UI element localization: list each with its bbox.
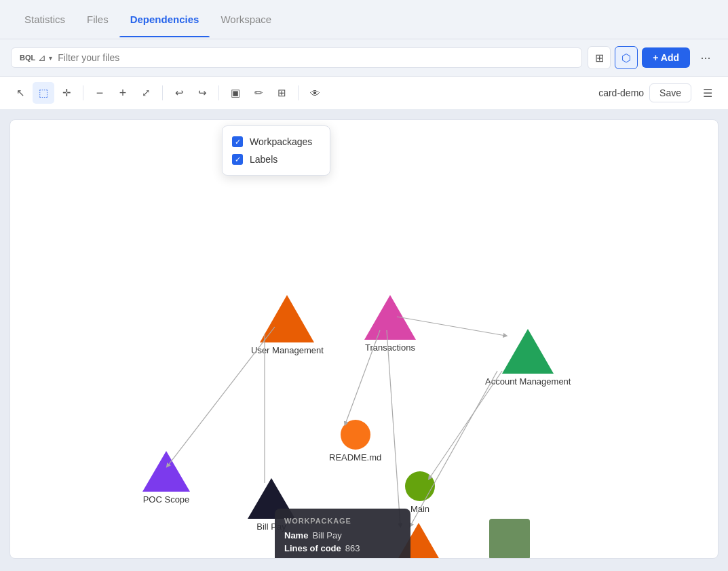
ellipsis-icon: ··· xyxy=(700,51,710,65)
filter-actions: ⊞ ⬡ + Add ··· xyxy=(588,46,717,69)
node-account-management[interactable]: Account Management xyxy=(485,329,571,387)
tooltip-val-nodes: 3 xyxy=(375,556,380,559)
tooltip-row-nodes: Total files and nodes 3 xyxy=(284,556,401,559)
card-name-label: card-demo xyxy=(598,87,644,98)
cursor-icon: ↖ xyxy=(16,87,25,99)
more-options-button[interactable]: ··· xyxy=(694,46,717,69)
node-transactions[interactable]: Transactions xyxy=(364,295,416,353)
edit-button[interactable]: ✏ xyxy=(248,82,269,104)
node-user-management[interactable]: User Management xyxy=(251,295,324,355)
node-scope[interactable]: SCOPE xyxy=(489,519,530,559)
move-tool-button[interactable]: ✛ xyxy=(56,82,77,104)
separator-1 xyxy=(83,85,83,100)
triangle-green-icon xyxy=(502,329,554,374)
cursor-tool-button[interactable]: ↖ xyxy=(9,82,31,104)
undo-icon: ↩ xyxy=(175,87,184,99)
frame-button[interactable]: ▣ xyxy=(225,82,246,104)
tooltip-row-name: Name Bill Pay xyxy=(284,530,401,540)
filter-input[interactable] xyxy=(58,52,573,63)
svg-line-6 xyxy=(387,330,400,526)
toolbar: ↖ ⬚ ✛ − + ⤢ ↩ ↪ ▣ ✏ ⊞ 👁 card-demo Save ☰ xyxy=(0,77,728,110)
fit-button[interactable]: ⤢ xyxy=(135,82,157,104)
hamburger-icon: ☰ xyxy=(703,87,712,100)
canvas-area: User Management Transactions Account Man… xyxy=(9,119,719,559)
dropdown-label-workpackages: Workpackages xyxy=(250,136,312,147)
network-view-button[interactable]: ⬡ xyxy=(615,46,638,69)
tooltip-row-loc: Lines of code 863 xyxy=(284,543,401,553)
separator-4 xyxy=(298,85,299,100)
table-icon: ⊞ xyxy=(595,52,604,64)
rect-green-icon xyxy=(489,519,530,559)
triangle-orange-icon xyxy=(260,295,314,342)
network-icon: ⬡ xyxy=(621,52,631,64)
dropdown-label-labels: Labels xyxy=(250,154,277,165)
zoom-in-icon: + xyxy=(119,86,127,100)
frame-icon: ▣ xyxy=(231,87,240,99)
move-icon: ✛ xyxy=(62,87,71,99)
redo-button[interactable]: ↪ xyxy=(191,82,213,104)
node-readme[interactable]: README.md xyxy=(329,420,381,462)
select-icon: ⬚ xyxy=(39,87,48,99)
node-main[interactable]: Main xyxy=(405,471,435,514)
dropdown-item-workpackages[interactable]: ✓ Workpackages xyxy=(232,133,320,151)
grid-icon: ⊞ xyxy=(277,87,286,99)
separator-2 xyxy=(162,85,163,100)
tooltip-val-name: Bill Pay xyxy=(312,530,341,540)
undo-button[interactable]: ↩ xyxy=(168,82,190,104)
circle-green-icon xyxy=(405,471,435,501)
dropdown-menu: ✓ Workpackages ✓ Labels xyxy=(222,125,330,176)
save-button[interactable]: Save xyxy=(649,83,691,102)
toolbar-menu-button[interactable]: ☰ xyxy=(697,82,719,104)
tooltip-key-loc: Lines of code xyxy=(284,543,341,553)
zoom-in-button[interactable]: + xyxy=(112,82,134,104)
select-tool-button[interactable]: ⬚ xyxy=(33,82,54,104)
circle-orange-icon xyxy=(341,420,370,450)
tab-statistics[interactable]: Statistics xyxy=(14,1,76,37)
node-label-user-management: User Management xyxy=(251,345,324,355)
table-view-button[interactable]: ⊞ xyxy=(588,46,611,69)
eye-icon: 👁 xyxy=(310,87,320,99)
edit-icon: ✏ xyxy=(254,87,263,99)
graph-canvas[interactable]: User Management Transactions Account Man… xyxy=(10,120,718,558)
chevron-down-icon: ▾ xyxy=(49,54,52,62)
node-label-account-management: Account Management xyxy=(485,376,571,387)
triangle-purple-icon xyxy=(142,451,190,492)
tab-dependencies[interactable]: Dependencies xyxy=(119,1,210,37)
tooltip-val-loc: 863 xyxy=(345,543,360,553)
node-label-poc-scope: POC Scope xyxy=(143,494,190,505)
separator-3 xyxy=(218,85,219,100)
grid-button[interactable]: ⊞ xyxy=(271,82,292,104)
filter-funnel-icon: ⊿ xyxy=(38,52,46,63)
filter-bar: BQL ⊿ ▾ ⊞ ⬡ + Add ··· xyxy=(0,39,728,77)
triangle-pink-icon xyxy=(364,295,416,340)
checkbox-labels[interactable]: ✓ xyxy=(232,154,243,165)
bql-filter-icon[interactable]: BQL ⊿ ▾ xyxy=(20,52,52,63)
check-icon-labels: ✓ xyxy=(235,155,241,164)
tooltip-box: WORKPACKAGE Name Bill Pay Lines of code … xyxy=(275,509,410,559)
tooltip-header: WORKPACKAGE xyxy=(284,517,401,525)
fit-icon: ⤢ xyxy=(142,87,151,99)
node-label-readme: README.md xyxy=(329,452,381,462)
tooltip-key-name: Name xyxy=(284,530,308,540)
svg-line-4 xyxy=(429,371,502,478)
filter-input-wrap: BQL ⊿ ▾ xyxy=(11,47,582,68)
add-button[interactable]: + Add xyxy=(642,47,690,68)
zoom-out-icon: − xyxy=(96,86,104,100)
checkbox-workpackages[interactable]: ✓ xyxy=(232,136,243,147)
node-label-main: Main xyxy=(410,504,429,514)
tooltip-key-nodes: Total files and nodes xyxy=(284,556,371,559)
top-nav: Statistics Files Dependencies Workspace xyxy=(0,0,728,39)
tab-files[interactable]: Files xyxy=(76,1,119,37)
node-poc-scope[interactable]: POC Scope xyxy=(142,451,190,505)
dropdown-item-labels[interactable]: ✓ Labels xyxy=(232,151,320,168)
check-icon-workpackages: ✓ xyxy=(235,138,241,146)
tab-workspace[interactable]: Workspace xyxy=(210,1,282,37)
redo-icon: ↪ xyxy=(198,87,207,99)
bql-label: BQL xyxy=(20,54,35,62)
eye-button[interactable]: 👁 xyxy=(304,82,326,104)
zoom-out-button[interactable]: − xyxy=(89,82,111,104)
toolbar-right: card-demo Save ☰ xyxy=(598,82,719,104)
node-label-transactions: Transactions xyxy=(365,342,415,353)
